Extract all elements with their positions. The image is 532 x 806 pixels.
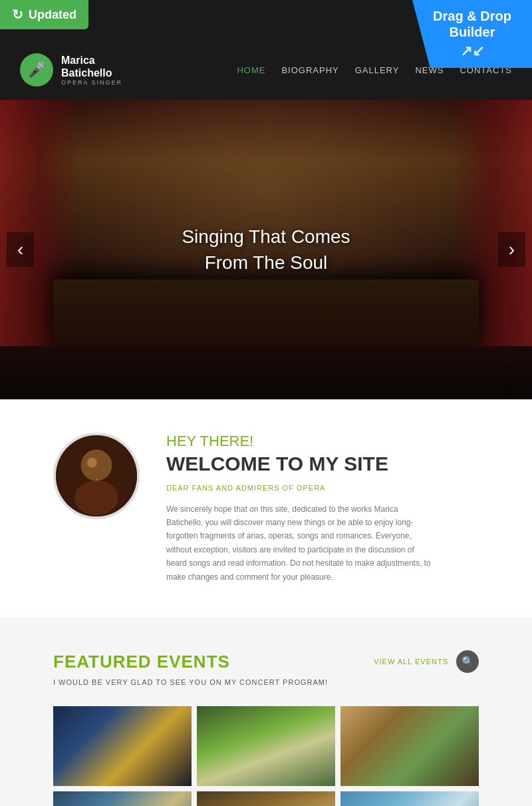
gallery-image-canal xyxy=(53,791,192,806)
nav-home[interactable]: HOME xyxy=(237,65,265,75)
avatar-portrait: ♪ xyxy=(56,433,137,519)
nav-biography[interactable]: BIOGRAPHY xyxy=(281,65,338,75)
fans-label: DEAR FANS AND ADMIRERS OF OPERA xyxy=(166,482,432,495)
events-subtitle: I WOULD BE VERY GLAD TO SEE YOU ON MY CO… xyxy=(53,678,479,686)
avatar-container: ♪ xyxy=(53,433,140,519)
logo-area: 🎤 Marica Batichello OPERA SINGER xyxy=(20,53,122,87)
search-icon: 🔍 xyxy=(462,656,474,668)
seats-area xyxy=(0,346,532,399)
gallery-item-2[interactable] xyxy=(197,706,335,786)
logo-icon: 🎤 xyxy=(20,53,53,87)
nav-gallery[interactable]: GALLERY xyxy=(355,65,400,75)
hero-section: Singing That ComesFrom The Soul ‹ › xyxy=(0,100,532,399)
svg-point-2 xyxy=(74,481,118,516)
gallery-item-5[interactable] xyxy=(197,791,335,806)
avatar: ♪ xyxy=(53,433,140,519)
hero-text: Singing That ComesFrom The Soul xyxy=(182,224,350,276)
mic-icon: 🎤 xyxy=(28,61,46,79)
gallery-item-6[interactable] xyxy=(340,791,479,806)
svg-point-3 xyxy=(87,458,97,468)
dnd-arrows-icon: ↗↙ xyxy=(424,43,520,60)
gallery-item-3[interactable] xyxy=(340,706,479,786)
next-slide-button[interactable]: › xyxy=(498,232,525,267)
dnd-badge: Drag & DropBuilder ↗↙ xyxy=(412,0,532,68)
events-title: FEATURED EVENTS xyxy=(53,652,374,672)
gallery-image-colosseum xyxy=(197,791,335,806)
site-name: Marica Batichello OPERA SINGER xyxy=(61,54,122,86)
artist-name: Marica Batichello xyxy=(61,54,122,79)
gallery-image-gaudi xyxy=(340,706,479,786)
welcome-content: HEY THERE! WELCOME TO MY SITE DEAR FANS … xyxy=(166,433,432,584)
gallery-image-london xyxy=(53,706,192,786)
hey-label: HEY THERE! xyxy=(166,433,432,450)
svg-text:♪: ♪ xyxy=(94,476,98,483)
search-button[interactable]: 🔍 xyxy=(456,650,479,673)
view-all-link[interactable]: VIEW ALL EVENTS xyxy=(374,658,448,666)
gallery-item-4[interactable] xyxy=(53,791,192,806)
gallery-image-paris xyxy=(197,706,335,786)
artist-subtitle: OPERA SINGER xyxy=(61,79,122,86)
welcome-body: We sincerely hope that on this site, ded… xyxy=(166,503,432,584)
events-section: FEATURED EVENTS VIEW ALL EVENTS 🔍 I WOUL… xyxy=(0,617,532,806)
welcome-section: ♪ HEY THERE! WELCOME TO MY SITE DEAR FAN… xyxy=(0,399,532,617)
welcome-title: WELCOME TO MY SITE xyxy=(166,453,432,475)
updated-label: Updated xyxy=(29,8,76,22)
gallery-image-rio xyxy=(340,791,479,806)
hero-headline: Singing That ComesFrom The Soul xyxy=(182,224,350,276)
gallery-item-1[interactable] xyxy=(53,706,192,786)
refresh-icon: ↻ xyxy=(12,7,23,23)
updated-badge: ↻ Updated xyxy=(0,0,88,29)
dnd-label: Drag & DropBuilder xyxy=(433,9,511,39)
prev-slide-button[interactable]: ‹ xyxy=(7,232,34,267)
top-bar: ↻ Updated Drag & DropBuilder ↗↙ xyxy=(0,0,532,40)
events-header: FEATURED EVENTS VIEW ALL EVENTS 🔍 xyxy=(53,650,479,673)
gallery-grid xyxy=(53,706,479,806)
